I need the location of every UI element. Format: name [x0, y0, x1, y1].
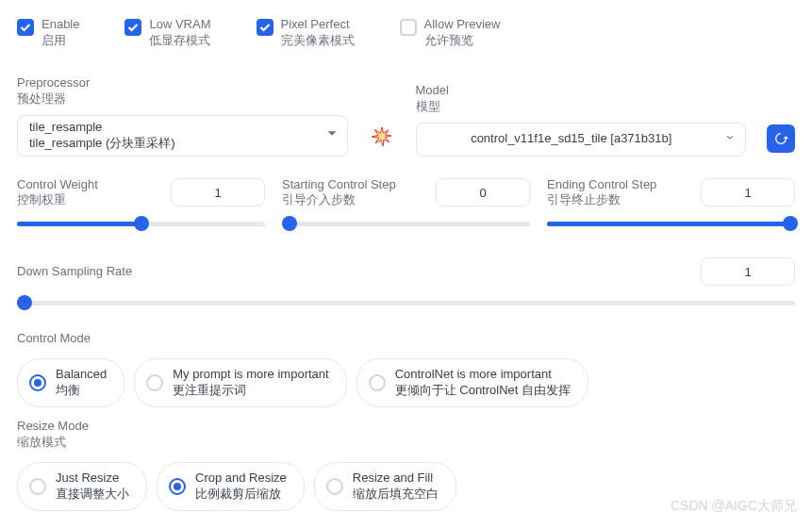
end-step-col: Ending Control Step 引导终止步数 1 [547, 177, 795, 232]
end-step-label: Ending Control Step 引导终止步数 [547, 177, 656, 209]
preprocessor-value-2: tile_resample (分块重采样) [29, 136, 317, 152]
opt-en: Resize and Fill [353, 471, 439, 487]
low-vram-label: Low VRAM 低显存模式 [149, 17, 210, 49]
resize-mode-section: Resize Mode 缩放模式 Just Resize直接调整大小 Crop … [17, 419, 795, 511]
resize-mode-options: Just Resize直接调整大小 Crop and Resize比例裁剪后缩放… [17, 462, 795, 511]
model-label: Model 模型 [416, 83, 747, 115]
resize-mode-label-zh: 缩放模式 [17, 435, 66, 449]
pixel-perfect-label-zh: 完美像素模式 [281, 33, 355, 49]
model-value: control_v11f1e_sd15_tile [a371b31b] [471, 131, 671, 147]
low-vram-checkbox-group[interactable]: Low VRAM 低显存模式 [124, 17, 210, 49]
resize-crop[interactable]: Crop and Resize比例裁剪后缩放 [157, 462, 305, 511]
pixel-perfect-label-en: Pixel Perfect [281, 17, 355, 33]
opt-zh: 比例裁剪后缩放 [195, 487, 287, 503]
preprocessor-col: Preprocessor 预处理器 tile_resample tile_res… [17, 75, 348, 157]
allow-preview-label-en: Allow Preview [424, 17, 501, 33]
opt-zh: 缩放后填充空白 [353, 487, 439, 503]
resize-just[interactable]: Just Resize直接调整大小 [17, 462, 147, 511]
enable-label: Enable 启用 [41, 17, 79, 49]
start-step-value[interactable]: 0 [436, 178, 530, 206]
enable-label-en: Enable [41, 17, 79, 33]
control-weight-slider[interactable] [17, 216, 265, 231]
start-step-label: Starting Control Step 引导介入步数 [282, 177, 396, 209]
refresh-button[interactable] [767, 124, 795, 153]
preprocessor-model-row: Preprocessor 预处理器 tile_resample tile_res… [17, 75, 795, 157]
opt-en: My prompt is more important [173, 367, 328, 383]
radio-icon [29, 478, 46, 495]
resize-mode-label-en: Resize Mode [17, 419, 89, 433]
enable-label-zh: 启用 [41, 33, 79, 49]
pixel-perfect-checkbox-group[interactable]: Pixel Perfect 完美像素模式 [257, 17, 355, 49]
checkbox-row: Enable 启用 Low VRAM 低显存模式 Pixel Perfect 完… [17, 17, 795, 49]
preprocessor-value-1: tile_resample [29, 120, 317, 136]
chevron-down-icon [724, 131, 736, 147]
opt-zh: 均衡 [56, 383, 107, 399]
down-sampling-value[interactable]: 1 [701, 257, 795, 286]
resize-fill[interactable]: Resize and Fill缩放后填充空白 [314, 462, 456, 511]
opt-en: ControlNet is more important [395, 367, 571, 383]
down-sampling-slider[interactable] [17, 295, 795, 310]
preprocessor-label-en: Preprocessor [17, 75, 90, 90]
radio-icon [326, 478, 343, 495]
low-vram-checkbox[interactable] [124, 19, 141, 36]
opt-zh: 更注重提示词 [173, 383, 328, 399]
low-vram-label-en: Low VRAM [149, 17, 210, 33]
allow-preview-label: Allow Preview 允许预览 [424, 17, 501, 49]
start-step-col: Starting Control Step 引导介入步数 0 [282, 177, 530, 232]
allow-preview-label-zh: 允许预览 [424, 33, 501, 49]
control-mode-prompt[interactable]: My prompt is more important更注重提示词 [134, 358, 346, 407]
opt-en: Balanced [56, 367, 107, 383]
end-step-value[interactable]: 1 [701, 178, 795, 206]
control-weight-value[interactable]: 1 [171, 178, 265, 206]
control-mode-label: Control Mode [17, 331, 795, 347]
allow-preview-checkbox-group[interactable]: Allow Preview 允许预览 [400, 17, 501, 49]
start-step-label-zh: 引导介入步数 [282, 192, 356, 206]
preprocessor-select[interactable]: tile_resample tile_resample (分块重采样) [17, 115, 348, 157]
radio-icon [169, 478, 186, 495]
control-weight-label-en: Control Weight [17, 177, 98, 191]
pixel-perfect-label: Pixel Perfect 完美像素模式 [281, 17, 355, 49]
start-step-label-en: Starting Control Step [282, 177, 396, 191]
pixel-perfect-checkbox[interactable] [257, 19, 273, 36]
radio-icon [29, 374, 46, 391]
enable-checkbox-group[interactable]: Enable 启用 [17, 17, 79, 49]
control-mode-options: Balanced均衡 My prompt is more important更注… [17, 358, 795, 407]
slider-row-1: Control Weight 控制权重 1 Starting Control S… [17, 177, 795, 232]
control-weight-col: Control Weight 控制权重 1 [17, 177, 265, 232]
radio-icon [146, 374, 163, 391]
control-weight-label: Control Weight 控制权重 [17, 177, 98, 209]
end-step-slider[interactable] [547, 216, 795, 231]
opt-zh: 直接调整大小 [56, 487, 129, 503]
opt-en: Just Resize [56, 471, 129, 487]
resize-mode-label: Resize Mode 缩放模式 [17, 419, 795, 451]
explosion-icon[interactable] [369, 124, 395, 151]
model-select[interactable]: control_v11f1e_sd15_tile [a371b31b] [416, 123, 747, 157]
control-mode-controlnet[interactable]: ControlNet is more important更倾向于让 Contro… [356, 358, 588, 407]
preprocessor-label: Preprocessor 预处理器 [17, 75, 348, 107]
preprocessor-label-zh: 预处理器 [17, 91, 66, 106]
opt-zh: 更倾向于让 ControlNet 自由发挥 [395, 383, 571, 399]
opt-en: Crop and Resize [195, 471, 287, 487]
down-sampling-header: Down Sampling Rate 1 [17, 257, 795, 286]
control-mode-balanced[interactable]: Balanced均衡 [17, 358, 124, 407]
enable-checkbox[interactable] [17, 19, 34, 36]
model-label-en: Model [416, 83, 449, 97]
chevron-down-icon [326, 127, 338, 143]
allow-preview-checkbox[interactable] [400, 19, 417, 36]
down-sampling-label: Down Sampling Rate [17, 264, 132, 280]
end-step-label-zh: 引导终止步数 [547, 192, 621, 206]
control-weight-label-zh: 控制权重 [17, 192, 66, 206]
radio-icon [369, 374, 386, 391]
control-mode-section: Control Mode Balanced均衡 My prompt is mor… [17, 331, 795, 407]
low-vram-label-zh: 低显存模式 [149, 33, 210, 49]
model-label-zh: 模型 [416, 99, 440, 113]
end-step-label-en: Ending Control Step [547, 177, 656, 191]
start-step-slider[interactable] [282, 216, 530, 231]
model-col: Model 模型 control_v11f1e_sd15_tile [a371b… [416, 83, 747, 157]
